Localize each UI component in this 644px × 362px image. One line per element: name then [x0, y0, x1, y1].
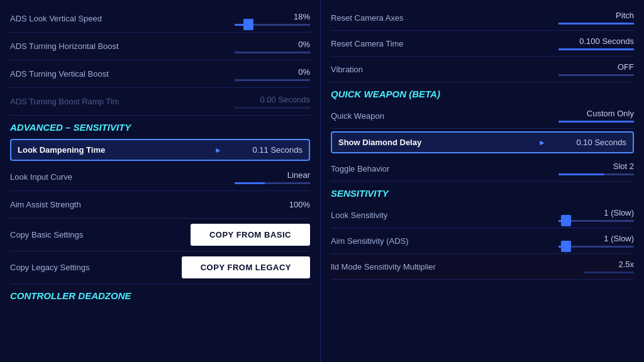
ads-turning-vertical-boost-slider[interactable]: [235, 79, 310, 81]
quick-weapon-control[interactable]: Custom Only: [558, 109, 634, 123]
ads-turning-boost-ramp-label: ADS Turning Boost Ramp Tim: [10, 97, 235, 106]
aim-sensitivity-ads-row: Aim Sensitivity (ADS) 1 (Slow): [331, 228, 634, 254]
slider-fill: [558, 23, 634, 25]
ads-turning-boost-ramp-slider: [235, 107, 310, 109]
vibration-row: Vibration OFF: [331, 57, 634, 82]
copy-legacy-settings-label: Copy Legacy Settings: [10, 263, 89, 272]
arrow-right-icon: ►: [214, 146, 222, 155]
lld-mode-sensitivity-row: lld Mode Sensitivity Multiplier 2.5x: [331, 254, 634, 280]
look-sensitivity-slider[interactable]: [558, 220, 634, 222]
quick-weapon-label: Quick Weapon: [331, 111, 558, 121]
aim-sensitivity-ads-label: Aim Sensitivity (ADS): [331, 236, 558, 246]
lld-mode-sensitivity-control[interactable]: 2.5x: [558, 260, 634, 273]
ads-look-vertical-speed-control[interactable]: 18%: [235, 12, 310, 26]
arrow-right-icon: ►: [538, 138, 546, 147]
reset-camera-time-slider[interactable]: [558, 48, 634, 50]
advanced-sensitivity-title: ADVANCED – SENSITIVITY: [10, 116, 310, 136]
vibration-value: OFF: [558, 62, 634, 72]
look-sensitivity-control[interactable]: 1 (Slow): [558, 208, 634, 222]
ads-turning-horizontal-boost-control[interactable]: 0%: [235, 40, 310, 53]
toggle-behavior-label: Toggle Behavior: [331, 164, 558, 173]
vibration-control[interactable]: OFF: [558, 62, 634, 76]
look-dampening-time-value: 0.11 Seconds: [227, 145, 303, 155]
toggle-behavior-row: Toggle Behavior Slot 2: [331, 156, 634, 182]
slider-fill: [584, 272, 634, 273]
copy-from-legacy-button[interactable]: COPY FROM LEGACY: [182, 256, 310, 278]
lld-mode-sensitivity-value: 2.5x: [558, 260, 634, 269]
show-diamond-delay-label: Show Diamond Delay: [338, 138, 533, 147]
reset-camera-time-label: Reset Camera Time: [331, 39, 558, 48]
toggle-behavior-slider[interactable]: [558, 173, 634, 175]
reset-camera-axes-value: Pitch: [558, 11, 634, 20]
aim-sensitivity-ads-slider[interactable]: [558, 246, 634, 248]
toggle-behavior-control[interactable]: Slot 2: [558, 162, 634, 175]
lld-mode-sensitivity-label: lld Mode Sensitivity Multiplier: [331, 262, 558, 272]
quick-weapon-title: QUICK WEAPON (BETA): [331, 82, 634, 103]
ads-turning-vertical-boost-control[interactable]: 0%: [235, 67, 310, 81]
slider-fill: [558, 48, 634, 50]
toggle-behavior-value: Slot 2: [558, 162, 634, 171]
ads-turning-horizontal-boost-slider[interactable]: [235, 52, 310, 53]
quick-weapon-row: Quick Weapon Custom Only: [331, 103, 634, 129]
look-input-curve-control[interactable]: Linear: [235, 170, 310, 184]
copy-from-basic-button[interactable]: COPY FROM BASIC: [191, 224, 310, 246]
look-input-curve-label: Look Input Curve: [10, 172, 235, 182]
quick-weapon-value: Custom Only: [558, 109, 634, 118]
look-input-curve-value: Linear: [235, 170, 310, 180]
copy-basic-settings-label: Copy Basic Settings: [10, 230, 83, 239]
ads-turning-boost-ramp-row: ADS Turning Boost Ramp Tim 0.00 Seconds: [10, 88, 310, 116]
slider-fill: [558, 173, 604, 175]
controller-deadzone-title: CONTROLLER DEADZONE: [10, 284, 310, 305]
look-dampening-time-label: Look Dampening Time: [18, 145, 209, 155]
show-diamond-delay-row[interactable]: Show Diamond Delay ► 0.10 Seconds: [331, 131, 634, 153]
ads-turning-boost-ramp-control: 0.00 Seconds: [235, 95, 310, 109]
ads-turning-horizontal-boost-row: ADS Turning Horizontal Boost 0%: [10, 33, 310, 60]
reset-camera-axes-control[interactable]: Pitch: [558, 11, 634, 25]
ads-turning-vertical-boost-row: ADS Turning Vertical Boost 0%: [10, 60, 310, 88]
copy-basic-settings-row: Copy Basic Settings COPY FROM BASIC: [10, 219, 310, 251]
look-sensitivity-row: Look Sensitivity 1 (Slow): [331, 202, 634, 228]
slider-thumb: [561, 215, 571, 226]
sensitivity-title: SENSITIVITY: [331, 182, 634, 202]
ads-look-vertical-speed-slider[interactable]: [235, 24, 310, 26]
copy-legacy-settings-row: Copy Legacy Settings COPY FROM LEGACY: [10, 251, 310, 284]
reset-camera-time-row: Reset Camera Time 0.100 Seconds: [331, 31, 634, 57]
reset-camera-time-control[interactable]: 0.100 Seconds: [558, 36, 634, 50]
reset-camera-axes-row: Reset Camera Axes Pitch: [331, 5, 634, 31]
reset-camera-time-value: 0.100 Seconds: [558, 36, 634, 46]
ads-turning-horizontal-boost-label: ADS Turning Horizontal Boost: [10, 41, 235, 51]
look-dampening-time-row[interactable]: Look Dampening Time ► 0.11 Seconds: [10, 139, 310, 161]
vibration-label: Vibration: [331, 65, 558, 74]
quick-weapon-slider[interactable]: [558, 121, 634, 123]
slider-thumb: [561, 241, 571, 252]
ads-look-vertical-speed-row: ADS Look Vertical Speed 18%: [10, 5, 310, 33]
reset-camera-axes-label: Reset Camera Axes: [331, 13, 558, 23]
ads-turning-vertical-boost-value: 0%: [235, 67, 310, 77]
look-input-curve-slider[interactable]: [235, 182, 310, 184]
show-diamond-delay-value: 0.10 Seconds: [551, 138, 626, 147]
slider-fill: [558, 121, 634, 123]
slider-thumb: [243, 19, 253, 30]
slider-fill: [235, 182, 265, 184]
look-sensitivity-label: Look Sensitivity: [331, 211, 558, 220]
ads-turning-horizontal-boost-value: 0%: [235, 40, 310, 49]
aim-assist-strength-row: Aim Assist Strength 100%: [10, 191, 310, 219]
left-panel: ADS Look Vertical Speed 18% ADS Turning …: [0, 0, 321, 362]
ads-turning-vertical-boost-label: ADS Turning Vertical Boost: [10, 69, 235, 79]
ads-look-vertical-speed-label: ADS Look Vertical Speed: [10, 14, 235, 23]
aim-assist-strength-label: Aim Assist Strength: [10, 200, 235, 209]
lld-mode-sensitivity-slider[interactable]: [584, 272, 634, 273]
ads-turning-boost-ramp-value: 0.00 Seconds: [235, 95, 310, 104]
look-input-curve-row: Look Input Curve Linear: [10, 163, 310, 191]
reset-camera-axes-slider[interactable]: [558, 23, 634, 25]
vibration-slider[interactable]: [558, 74, 634, 76]
right-panel: Reset Camera Axes Pitch Reset Camera Tim…: [321, 0, 644, 362]
aim-sensitivity-ads-control[interactable]: 1 (Slow): [558, 234, 634, 248]
aim-assist-strength-value: 100%: [235, 200, 310, 209]
